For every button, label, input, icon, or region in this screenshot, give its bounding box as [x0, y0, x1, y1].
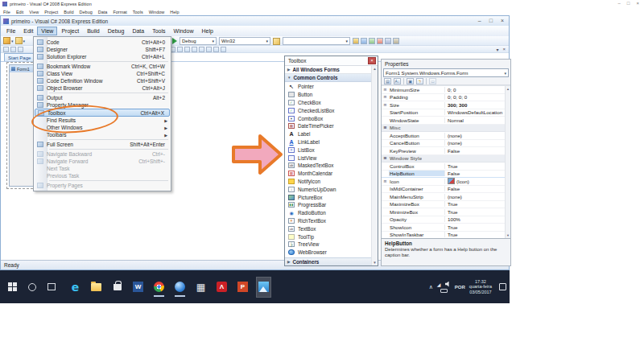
- property-row[interactable]: ⊞ MaximizeBox True: [382, 201, 510, 209]
- scroll-down-icon[interactable]: ▼: [373, 261, 376, 265]
- view-menu-item[interactable]: Previous Task ▶: [35, 172, 170, 179]
- print-icon[interactable]: [18, 47, 23, 52]
- close-icon[interactable]: ×: [368, 57, 376, 64]
- taskbar-app[interactable]: [236, 278, 250, 297]
- toolbox-item[interactable]: CheckBox: [285, 99, 378, 107]
- minimize-icon[interactable]: –: [618, 1, 621, 6]
- scroll-up-icon[interactable]: ▲: [373, 67, 376, 71]
- property-row[interactable]: ⊞ ControlBox True: [382, 162, 510, 171]
- error-list-tb-icon[interactable]: [377, 38, 383, 44]
- toolbox-item[interactable]: CheckedListBox: [285, 106, 378, 114]
- toolbox-scrollbar[interactable]: ▲ ▼: [371, 66, 378, 265]
- toolbox-item[interactable]: RadioButton: [285, 209, 378, 217]
- outer-menu-item[interactable]: Help: [170, 10, 179, 14]
- menu-item[interactable]: Data: [128, 27, 148, 35]
- object-selector-combo[interactable]: Form1 System.Windows.Forms.Form ▾: [383, 68, 509, 77]
- toolbox-category-containers[interactable]: ▶ Containers: [285, 257, 378, 265]
- menu-item[interactable]: Edit: [19, 27, 37, 35]
- property-row[interactable]: ⊞ MinimizeBox True: [382, 208, 510, 216]
- chevron-down-icon[interactable]: ▾: [11, 39, 14, 43]
- toolbox-item[interactable]: WebBrowser: [285, 249, 378, 257]
- property-row[interactable]: ⊞ MainMenuStrip (none): [382, 193, 510, 201]
- menu-item[interactable]: Debug: [104, 27, 129, 35]
- object-browser-tb-icon[interactable]: [369, 38, 375, 44]
- property-row[interactable]: ⊞ AcceptButton (none): [382, 132, 510, 140]
- action-center-icon[interactable]: [499, 283, 506, 290]
- taskbar-app[interactable]: [194, 278, 208, 297]
- view-menu-item[interactable]: Full Screen Shift+Alt+Enter ▶: [35, 141, 170, 148]
- language-indicator[interactable]: POR: [455, 285, 465, 290]
- make-same-width-icon[interactable]: [199, 47, 204, 52]
- volume-icon[interactable]: [445, 282, 451, 287]
- properties-scrollbar[interactable]: ▲ ▼: [505, 86, 510, 238]
- clock[interactable]: 17:32 quarta-feira 03/05/2017: [469, 279, 492, 295]
- expand-box-icon[interactable]: ⊞: [382, 95, 389, 99]
- property-row[interactable]: ⊞ ShowInTaskbar True: [382, 232, 510, 239]
- toolbox-item[interactable]: MaskedTextBox: [285, 162, 378, 170]
- toolbox-item[interactable]: NumericUpDown: [285, 185, 378, 193]
- expand-box-icon[interactable]: ⊞: [382, 156, 389, 160]
- start-page-tb-icon[interactable]: [385, 38, 391, 44]
- property-row[interactable]: ⊞ MinimumSize 0; 0: [382, 86, 510, 94]
- menu-item[interactable]: View: [37, 27, 57, 35]
- properties-view-icon[interactable]: ▣: [407, 78, 414, 84]
- toolbox-item[interactable]: MonthCalendar: [285, 170, 378, 178]
- taskbar-app[interactable]: [89, 278, 103, 297]
- touch-keyboard-icon[interactable]: [440, 289, 448, 293]
- toolbox-item[interactable]: TreeView: [285, 241, 378, 249]
- toolbox-item[interactable]: ListBox: [285, 146, 378, 154]
- property-row[interactable]: ⊞ KeyPreview False: [382, 147, 510, 155]
- view-menu-item[interactable]: Navigate Forward Ctrl+Shift+- ▶: [35, 158, 170, 165]
- toolbox-item[interactable]: Button: [285, 91, 378, 99]
- toolbox-category-all-windows-forms[interactable]: ▶ All Windows Forms: [285, 66, 378, 74]
- property-row[interactable]: ⊞ StartPosition WindowsDefaultLocation: [382, 109, 510, 117]
- toolbox-item[interactable]: ComboBox: [285, 114, 378, 122]
- save-all-icon[interactable]: [10, 47, 16, 52]
- property-row[interactable]: ⊞ Opacity 100%: [382, 216, 510, 224]
- outer-menu-item[interactable]: Tools: [133, 10, 143, 14]
- view-menu-item[interactable]: Output Alt+2 ▶: [35, 94, 170, 101]
- active-files-chevron-icon[interactable]: ▾: [496, 47, 498, 52]
- horizontal-spacing-icon[interactable]: [213, 47, 219, 52]
- open-file-icon[interactable]: [15, 37, 23, 44]
- taskbar-app[interactable]: [257, 278, 270, 297]
- toolbox-tb-icon[interactable]: [393, 38, 399, 44]
- solution-platforms-combo[interactable]: Win32▾: [219, 37, 270, 45]
- menu-item[interactable]: Build: [83, 27, 104, 35]
- menu-item[interactable]: File: [2, 27, 19, 35]
- property-row[interactable]: ⊞ CancelButton (none): [382, 140, 510, 148]
- new-project-icon[interactable]: [3, 37, 10, 44]
- toolbox-item[interactable]: LinkLabel: [285, 138, 378, 146]
- scroll-down-icon[interactable]: ▼: [506, 233, 510, 237]
- property-row[interactable]: ⊞ Misc: [382, 125, 510, 133]
- start-button[interactable]: [8, 282, 17, 291]
- property-row[interactable]: ⊞ Window Style: [382, 155, 510, 163]
- menu-item[interactable]: Help: [197, 27, 217, 35]
- outer-menu-item[interactable]: Window: [149, 10, 165, 14]
- maximize-icon[interactable]: □: [627, 1, 630, 6]
- toolbox-item[interactable]: TextBox: [285, 224, 378, 232]
- open-folder-icon[interactable]: [273, 38, 280, 45]
- view-menu-item[interactable]: Property Pages ▶: [35, 182, 170, 189]
- taskbar-app[interactable]: [131, 278, 145, 297]
- close-icon[interactable]: ×: [636, 1, 639, 6]
- taskbar-app[interactable]: [68, 278, 82, 297]
- tab-start-page[interactable]: Start Page: [4, 53, 35, 61]
- events-icon[interactable]: ϟ: [416, 78, 423, 84]
- property-row[interactable]: ⊞ Size 300; 300: [382, 101, 510, 109]
- expand-box-icon[interactable]: ⊞: [382, 103, 389, 107]
- menu-item[interactable]: Tools: [148, 27, 169, 35]
- toolbox-item[interactable]: Pointer: [285, 83, 378, 91]
- property-row[interactable]: ⊞ ShowIcon True: [382, 224, 510, 232]
- outer-menu-item[interactable]: Build: [64, 10, 73, 14]
- cortana-search-icon[interactable]: [28, 283, 36, 291]
- view-menu-item[interactable]: Navigate Backward Ctrl+- ▶: [35, 150, 170, 158]
- close-icon[interactable]: ×: [501, 18, 504, 23]
- start-debugging-icon[interactable]: [172, 38, 177, 44]
- property-row[interactable]: ⊞ IsMdiContainer False: [382, 186, 510, 194]
- scroll-up-icon[interactable]: ▲: [506, 87, 510, 91]
- align-tops-icon[interactable]: [177, 47, 183, 52]
- expand-box-icon[interactable]: ⊞: [382, 125, 389, 130]
- expand-box-icon[interactable]: ⊞: [382, 179, 389, 183]
- outer-menu-item[interactable]: View: [29, 10, 39, 14]
